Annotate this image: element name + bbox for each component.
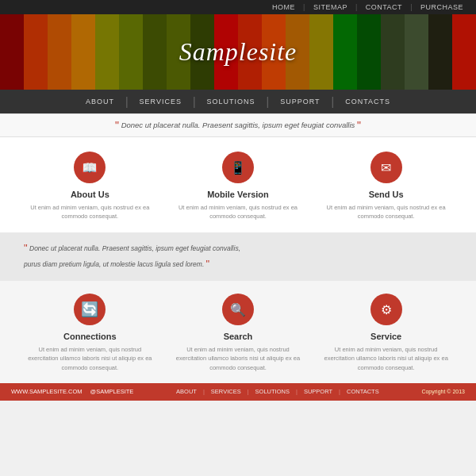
footer-navigation: ABOUT | SERVICES | SOLUTIONS | SUPPORT |… (172, 388, 383, 395)
search-icon: 🔍 (222, 294, 254, 325)
footer-solutions[interactable]: SOLUTIONS (255, 388, 290, 395)
features-section-2: 🔄 Connections Ut enim ad minim veniam, q… (0, 281, 476, 383)
features-section-1: 📖 About Us Ut enim ad minim veniam, quis… (0, 137, 476, 232)
footer-about[interactable]: ABOUT (176, 388, 197, 395)
mobile-text: Ut enim ad minim veniam, quis nostrud ex… (171, 203, 305, 221)
features-row-1: 📖 About Us Ut enim ad minim veniam, quis… (16, 152, 460, 221)
footer-contacts[interactable]: CONTACTS (347, 388, 379, 395)
search-text: Ut enim ad minim veniam, quis nostrud ex… (171, 345, 305, 372)
search-title: Search (171, 332, 305, 341)
open-quote: " (115, 119, 119, 132)
nav-contacts[interactable]: CONTACTS (334, 98, 401, 106)
close-quote: " (357, 119, 361, 132)
top-navigation: HOME | SITEMAP | CONTACT | PURCHASE (0, 0, 476, 14)
quote-text-1: Donec ut placerat nulla. Praesent sagitt… (121, 121, 355, 129)
topnav-home[interactable]: HOME (272, 3, 295, 11)
main-navigation: ABOUT | SERVICES | SOLUTIONS | SUPPORT |… (0, 90, 476, 113)
connections-icon: 🔄 (74, 294, 106, 325)
topnav-contact[interactable]: CONTACT (366, 3, 402, 11)
send-us-icon: ✉ (370, 152, 402, 183)
sep1: | (303, 3, 305, 11)
feature-send-us: ✉ Send Us Ut enim ad minim veniam, quis … (320, 152, 453, 221)
feature-about-us: 📖 About Us Ut enim ad minim veniam, quis… (23, 152, 156, 221)
footer: WWW.SAMPLESITE.COM @SAMPLESITE ABOUT | S… (0, 383, 476, 401)
quote-bar-1: " Donec ut placerat nulla. Praesent sagi… (0, 113, 476, 137)
gray-quote-section: " Donec ut placerat nulla. Praesent sagi… (0, 232, 476, 282)
mobile-title: Mobile Version (171, 190, 305, 199)
service-icon: ⚙ (370, 294, 402, 325)
topnav-sitemap[interactable]: SITEMAP (313, 3, 347, 11)
about-us-text: Ut enim ad minim veniam, quis nostrud ex… (23, 203, 156, 221)
feature-mobile: 📱 Mobile Version Ut enim ad minim veniam… (171, 152, 305, 221)
footer-copyright: Copyright © 2013 (421, 389, 465, 394)
sep3: | (410, 3, 413, 11)
features-row-2: 🔄 Connections Ut enim ad minim veniam, q… (16, 294, 460, 372)
open-quote-2: " (24, 242, 28, 254)
footer-services[interactable]: SERVICES (211, 388, 241, 395)
feature-service: ⚙ Service Ut enim ad minim veniam, quis … (320, 294, 453, 372)
nav-solutions[interactable]: SOLUTIONS (196, 98, 267, 106)
footer-site: WWW.SAMPLESITE.COM (11, 388, 83, 395)
feature-search: 🔍 Search Ut enim ad minim veniam, quis n… (171, 294, 305, 372)
footer-social: @SAMPLESITE (90, 388, 134, 395)
mobile-icon: 📱 (222, 152, 254, 183)
site-title: Samplesite (179, 37, 298, 67)
about-us-title: About Us (23, 190, 156, 199)
nav-services[interactable]: SERVICES (129, 98, 193, 106)
close-quote-2: " (206, 258, 210, 270)
footer-left: WWW.SAMPLESITE.COM @SAMPLESITE (11, 388, 133, 395)
connections-title: Connections (23, 332, 156, 341)
feature-connections: 🔄 Connections Ut enim ad minim veniam, q… (23, 294, 156, 372)
footer-support[interactable]: SUPPORT (304, 388, 332, 395)
send-us-title: Send Us (320, 190, 453, 199)
about-us-icon: 📖 (74, 152, 106, 183)
sep2: | (355, 3, 358, 11)
service-text: Ut enim ad minim veniam, quis nostrud ex… (320, 345, 453, 372)
send-us-text: Ut enim ad minim veniam, quis nostrud ex… (320, 203, 453, 221)
nav-about[interactable]: ABOUT (75, 98, 125, 106)
connections-text: Ut enim ad minim veniam, quis nostrud ex… (23, 345, 156, 372)
topnav-purchase[interactable]: PURCHASE (420, 3, 463, 11)
hero-banner: Samplesite (0, 14, 476, 90)
service-title: Service (320, 332, 453, 341)
nav-support[interactable]: SUPPORT (269, 98, 331, 106)
